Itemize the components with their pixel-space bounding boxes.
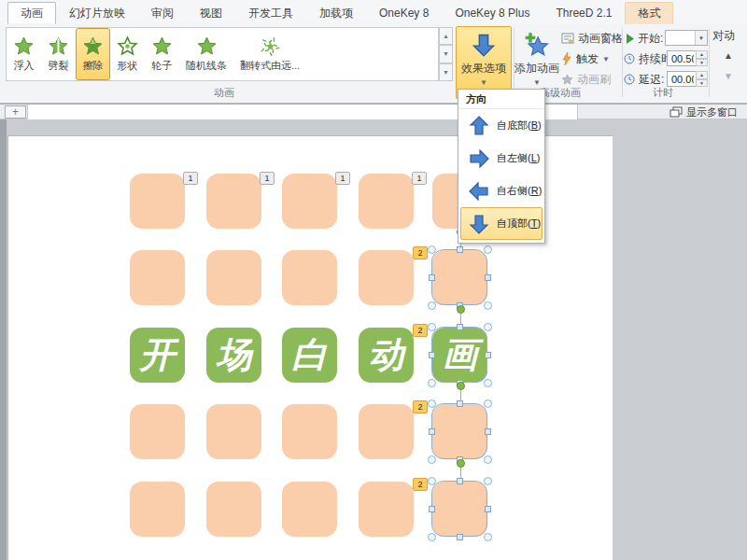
move-earlier-button[interactable]: ▲ [719, 50, 738, 63]
star-solid-icon [13, 35, 35, 57]
rotation-handle[interactable] [457, 305, 465, 314]
trigger-button[interactable]: 触发 ▼ [561, 50, 610, 67]
rotation-handle[interactable] [457, 382, 465, 390]
animation-pane-button[interactable]: 动画窗格 [561, 30, 623, 47]
selection-handle[interactable] [428, 245, 436, 254]
shape-char-square[interactable]: 画 [432, 328, 487, 383]
animation-order-badge[interactable]: 2 [413, 478, 428, 491]
animation-order-badge[interactable]: 2 [413, 400, 428, 413]
selection-handle[interactable] [484, 533, 492, 541]
selection-handle[interactable] [484, 245, 492, 254]
ribbon-tab-5[interactable]: 开发工具 [235, 2, 306, 24]
move-later-button[interactable]: ▼ [719, 71, 738, 84]
ribbon-tab-8[interactable]: OneKey 8 Plus [442, 2, 543, 24]
animation-order-badge[interactable]: 1 [335, 172, 350, 185]
gallery-item-label: 随机线条 [186, 59, 227, 73]
shape-square[interactable] [359, 250, 414, 305]
selection-handle[interactable] [428, 301, 436, 310]
gallery-item-6[interactable]: 随机线条 [179, 28, 233, 80]
shape-square[interactable] [359, 482, 414, 537]
delay-spinner[interactable]: ▲▼ [696, 71, 708, 87]
ribbon-tab-3[interactable]: 审阅 [138, 2, 187, 24]
menu-item-from-right[interactable]: 自左侧(L) [460, 142, 543, 175]
arrow-left-icon [468, 180, 490, 203]
rotation-handle[interactable] [457, 459, 465, 468]
shape-square[interactable] [206, 404, 261, 459]
shape-square[interactable] [282, 404, 337, 459]
selection-handle[interactable] [428, 399, 436, 408]
menu-item-from-left[interactable]: 自右侧(R) [460, 175, 543, 207]
selection-handle[interactable] [484, 301, 492, 310]
shape-square[interactable] [282, 250, 337, 305]
star-plus-icon [524, 32, 550, 58]
shape-char-square[interactable]: 开 [130, 328, 185, 383]
gallery-item-4[interactable]: 形状 [110, 28, 145, 80]
selection-handle[interactable] [428, 477, 436, 485]
selection-handle[interactable] [428, 533, 436, 541]
menu-item-from-up[interactable]: 自底部(B) [460, 109, 543, 142]
shape-square[interactable] [359, 404, 414, 459]
star-solid-icon [196, 35, 218, 57]
shape-square[interactable] [432, 404, 487, 459]
menu-item-from-down[interactable]: 自顶部(T) [460, 207, 543, 240]
animation-order-badge[interactable]: 1 [260, 172, 275, 185]
ribbon-tab-6[interactable]: 加载项 [306, 2, 366, 24]
ribbon-tab-4[interactable]: 视图 [187, 2, 235, 24]
shape-square[interactable] [282, 482, 337, 537]
animation-order-badge[interactable]: 1 [412, 172, 427, 185]
menu-item-label: 自右侧(R) [497, 184, 542, 198]
selection-handle[interactable] [484, 399, 492, 408]
group-divider [709, 28, 710, 97]
menu-item-label: 自左侧(L) [497, 151, 540, 165]
ribbon-tab-9[interactable]: ThreeD 2.1 [543, 2, 625, 24]
selection-handle[interactable] [484, 455, 492, 464]
animation-painter-icon [561, 74, 573, 86]
animation-order-badge[interactable]: 1 [183, 172, 198, 185]
shape-square[interactable] [206, 174, 261, 229]
selection-handle[interactable] [428, 455, 436, 464]
shape-square[interactable] [206, 250, 261, 305]
new-tab-button[interactable]: + [5, 105, 26, 119]
animation-order-badge[interactable]: 2 [413, 324, 428, 337]
gallery-item-1[interactable]: 浮入 [7, 28, 41, 80]
shape-char-square[interactable]: 场 [206, 328, 261, 383]
ribbon-tab-1[interactable]: 动画 [7, 2, 56, 24]
gallery-more-button[interactable]: ▼ [439, 63, 453, 81]
shape-square[interactable] [432, 250, 487, 305]
gallery-item-5[interactable]: 轮子 [145, 28, 179, 80]
gallery-scroll: ▲ ▼ ▼ [439, 27, 453, 81]
gallery-item-2[interactable]: 劈裂 [41, 28, 76, 80]
show-multiple-windows-button[interactable]: 显示多窗口 [669, 105, 738, 119]
canvas-left-edge [0, 119, 7, 560]
gallery-item-label: 劈裂 [49, 59, 69, 73]
duration-spinner[interactable]: ▲▼ [696, 50, 708, 66]
clock-icon [624, 53, 635, 64]
selection-handle[interactable] [484, 477, 492, 485]
group-divider [514, 28, 514, 97]
shape-square[interactable] [130, 174, 185, 229]
chevron-down-icon[interactable]: ▼ [695, 31, 707, 45]
shape-square[interactable] [130, 404, 185, 459]
calligraphy-character: 动 [359, 328, 414, 383]
shape-square[interactable] [282, 174, 337, 229]
shape-square[interactable] [130, 250, 185, 305]
start-combobox[interactable]: ▼ [665, 30, 708, 46]
gallery-item-label: 形状 [118, 59, 138, 73]
start-row: 开始: [626, 30, 663, 47]
shape-char-square[interactable]: 白 [282, 328, 337, 383]
effect-options-label: 效果选项 [461, 61, 506, 77]
gallery-item-3[interactable]: 擦除 [76, 28, 110, 80]
gallery-scroll-down-button[interactable]: ▼ [439, 45, 453, 63]
gallery-scroll-up-button[interactable]: ▲ [439, 27, 453, 45]
shape-square[interactable] [432, 482, 487, 537]
shape-square[interactable] [206, 482, 261, 537]
animation-order-badge[interactable]: 2 [413, 246, 428, 259]
gallery-item-7[interactable]: 翻转式由远... [233, 28, 306, 80]
ribbon-tab-10[interactable]: 格式 [625, 2, 673, 24]
shape-square[interactable] [130, 482, 185, 537]
add-animation-label: 添加动画 [514, 61, 559, 77]
ribbon-tab-7[interactable]: OneKey 8 [366, 2, 442, 24]
shape-char-square[interactable]: 动 [359, 328, 414, 383]
shape-square[interactable] [359, 174, 414, 229]
ribbon-tab-2[interactable]: 幻灯片放映 [56, 2, 138, 24]
